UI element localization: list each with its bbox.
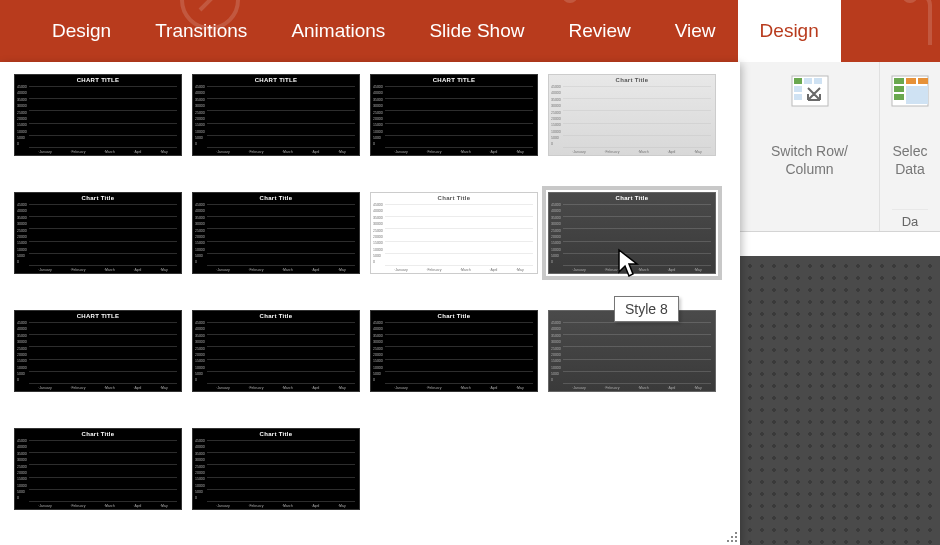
thumb-chart-area [207, 86, 355, 147]
chart-style-2[interactable]: CHART TITLE45000400003500030000250002000… [192, 74, 360, 156]
thumb-legend: ·January·February·March·April·May [385, 268, 533, 272]
thumb-title: Chart Title [549, 195, 715, 201]
thumb-y-axis: 4500040000350003000025000200001500010000… [551, 86, 562, 147]
thumb-y-axis: 4500040000350003000025000200001500010000… [195, 86, 206, 147]
chart-style-3[interactable]: CHART TITLE45000400003500030000250002000… [370, 74, 538, 156]
data-group-label: Da [892, 209, 928, 229]
gallery-resize-grip[interactable] [726, 531, 738, 543]
chart-style-12[interactable]: Chart Title45000400003500030000250002000… [548, 310, 716, 392]
thumb-y-axis: 4500040000350003000025000200001500010000… [195, 204, 206, 265]
ribbon-tabs: Design Transitions Animations Slide Show… [0, 0, 940, 62]
switch-row-column-button[interactable]: Switch Row/ Column [740, 62, 880, 231]
thumb-legend: ·January·February·March·April·May [207, 386, 355, 390]
thumb-title: CHART TITLE [15, 313, 181, 319]
thumb-y-axis: 4500040000350003000025000200001500010000… [551, 204, 562, 265]
svg-rect-6 [814, 78, 822, 84]
thumb-chart-area [29, 204, 177, 265]
thumb-title: Chart Title [371, 195, 537, 201]
switch-row-column-label: Switch Row/ Column [771, 143, 848, 178]
chart-style-13[interactable]: Chart Title45000400003500030000250002000… [14, 428, 182, 510]
thumb-title: Chart Title [193, 431, 359, 437]
thumb-legend: ·January·February·March·April·May [563, 150, 711, 154]
thumb-title: Chart Title [15, 195, 181, 201]
select-data-button[interactable]: Selec Data Da [880, 62, 940, 231]
thumb-title: Chart Title [15, 431, 181, 437]
thumb-title: Chart Title [193, 195, 359, 201]
thumb-legend: ·January·February·March·April·May [29, 386, 177, 390]
tab-review[interactable]: Review [546, 0, 652, 62]
thumb-chart-area [207, 440, 355, 501]
thumb-legend: ·January·February·March·April·May [385, 150, 533, 154]
thumb-y-axis: 4500040000350003000025000200001500010000… [17, 204, 28, 265]
chart-style-11[interactable]: Chart Title45000400003500030000250002000… [370, 310, 538, 392]
thumb-y-axis: 4500040000350003000025000200001500010000… [373, 322, 384, 383]
thumb-legend: ·January·February·March·April·May [29, 268, 177, 272]
switch-row-column-icon [790, 74, 830, 108]
thumb-y-axis: 4500040000350003000025000200001500010000… [373, 204, 384, 265]
thumb-legend: ·January·February·March·April·May [207, 150, 355, 154]
svg-point-2 [904, 0, 916, 1]
thumb-title: Chart Title [549, 77, 715, 83]
thumb-y-axis: 4500040000350003000025000200001500010000… [17, 440, 28, 501]
svg-rect-13 [894, 86, 904, 92]
thumb-chart-area [385, 86, 533, 147]
thumb-chart-area [207, 322, 355, 383]
thumb-legend: ·January·February·March·April·May [207, 268, 355, 272]
thumb-title: CHART TITLE [15, 77, 181, 83]
chart-style-9[interactable]: CHART TITLE45000400003500030000250002000… [14, 310, 182, 392]
thumb-legend: ·January·February·March·April·May [29, 150, 177, 154]
thumb-legend: ·January·February·March·April·May [207, 504, 355, 508]
thumb-chart-area [563, 322, 711, 383]
thumb-title: CHART TITLE [193, 77, 359, 83]
slide-canvas-bg [740, 256, 940, 545]
thumb-legend: ·January·February·March·April·May [385, 386, 533, 390]
thumb-chart-area [385, 322, 533, 383]
svg-rect-8 [794, 94, 802, 100]
chart-style-1[interactable]: CHART TITLE45000400003500030000250002000… [14, 74, 182, 156]
thumb-chart-area [563, 86, 711, 147]
thumb-chart-area [29, 86, 177, 147]
thumb-y-axis: 4500040000350003000025000200001500010000… [17, 86, 28, 147]
tab-animations[interactable]: Animations [269, 0, 407, 62]
chart-style-5[interactable]: Chart Title45000400003500030000250002000… [14, 192, 182, 274]
thumb-title: Chart Title [193, 313, 359, 319]
thumb-y-axis: 4500040000350003000025000200001500010000… [195, 322, 206, 383]
svg-rect-15 [906, 86, 928, 104]
svg-rect-12 [918, 78, 928, 84]
chart-style-7[interactable]: Chart Title45000400003500030000250002000… [370, 192, 538, 274]
thumb-y-axis: 4500040000350003000025000200001500010000… [551, 322, 562, 383]
thumb-legend: ·January·February·March·April·May [563, 386, 711, 390]
thumb-chart-area [563, 204, 711, 265]
tab-slide-show[interactable]: Slide Show [407, 0, 546, 62]
thumb-chart-area [29, 322, 177, 383]
thumb-chart-area [207, 204, 355, 265]
ribbon-body-right: Switch Row/ Column Selec Data Da [740, 62, 940, 232]
chart-style-4[interactable]: Chart Title45000400003500030000250002000… [548, 74, 716, 156]
thumb-title: CHART TITLE [371, 77, 537, 83]
chart-style-6[interactable]: Chart Title45000400003500030000250002000… [192, 192, 360, 274]
chart-style-14[interactable]: Chart Title45000400003500030000250002000… [192, 428, 360, 510]
select-data-label: Selec Data [892, 143, 927, 178]
thumb-legend: ·January·February·March·April·May [563, 268, 711, 272]
tab-view[interactable]: View [653, 0, 738, 62]
chart-style-10[interactable]: Chart Title45000400003500030000250002000… [192, 310, 360, 392]
canvas-pattern [740, 256, 940, 545]
tab-design-1[interactable]: Design [30, 0, 133, 62]
svg-rect-4 [794, 78, 802, 84]
thumb-y-axis: 4500040000350003000025000200001500010000… [17, 322, 28, 383]
svg-rect-10 [894, 78, 904, 84]
tab-design-contextual[interactable]: Design [738, 0, 841, 62]
thumb-y-axis: 4500040000350003000025000200001500010000… [373, 86, 384, 147]
thumb-chart-area [29, 440, 177, 501]
thumb-chart-area [385, 204, 533, 265]
svg-rect-7 [794, 86, 802, 92]
thumb-title: Chart Title [371, 313, 537, 319]
svg-rect-14 [894, 94, 904, 100]
svg-rect-5 [804, 78, 812, 84]
select-data-icon [890, 74, 930, 108]
thumb-legend: ·January·February·March·April·May [29, 504, 177, 508]
chart-style-8[interactable]: Chart Title45000400003500030000250002000… [548, 192, 716, 274]
style-tooltip: Style 8 [614, 296, 679, 322]
svg-rect-11 [906, 78, 916, 84]
tab-transitions[interactable]: Transitions [133, 0, 269, 62]
